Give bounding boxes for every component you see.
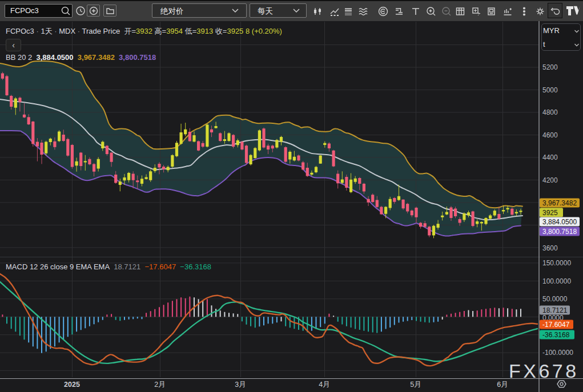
svg-text:3925: 3925	[542, 209, 558, 217]
svg-text:150.0000: 150.0000	[542, 259, 571, 267]
svg-text:100.0000: 100.0000	[542, 277, 571, 285]
svg-text:5000: 5000	[542, 86, 558, 94]
svg-text:4月: 4月	[319, 381, 329, 389]
svg-text:-36.3168: -36.3168	[542, 331, 570, 339]
svg-text:5月: 5月	[410, 381, 421, 389]
svg-text:50.0000: 50.0000	[542, 295, 568, 303]
svg-text:6月: 6月	[497, 381, 508, 389]
svg-text:3月: 3月	[235, 381, 246, 389]
svg-text:3,884.0500: 3,884.0500	[542, 218, 577, 226]
svg-text:18.7121: 18.7121	[542, 306, 568, 314]
svg-text:3,800.7518: 3,800.7518	[542, 228, 577, 236]
svg-text:5200: 5200	[542, 63, 558, 71]
svg-text:4800: 4800	[542, 108, 558, 116]
svg-text:4600: 4600	[542, 131, 558, 139]
svg-text:-100.0000: -100.0000	[542, 349, 573, 357]
svg-text:3,967.3482: 3,967.3482	[542, 199, 577, 207]
svg-text:3600: 3600	[542, 244, 558, 252]
svg-text:2025: 2025	[64, 381, 80, 389]
svg-text:4400: 4400	[542, 153, 558, 161]
svg-text:-17.6047: -17.6047	[542, 321, 570, 329]
svg-text:2月: 2月	[154, 381, 165, 389]
svg-text:4200: 4200	[542, 176, 558, 184]
